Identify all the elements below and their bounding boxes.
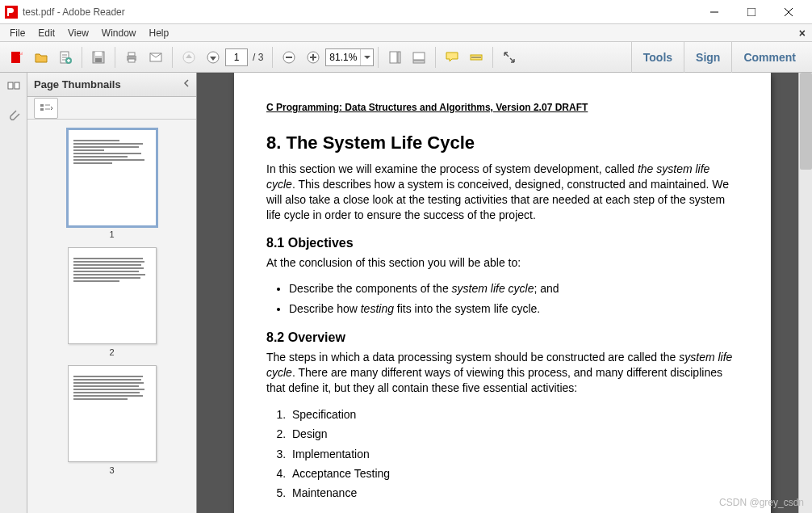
thumbnails-header: Page Thumbnails	[27, 73, 196, 97]
separator	[115, 47, 115, 68]
page-up-icon[interactable]	[178, 47, 199, 68]
thumbnails-list[interactable]: 1 2 3	[27, 120, 196, 513]
separator	[172, 47, 173, 68]
tools-link[interactable]: Tools	[631, 42, 684, 73]
svg-rect-5	[11, 52, 20, 63]
zoom-dropdown-icon[interactable]	[360, 49, 373, 65]
svg-rect-29	[15, 82, 19, 89]
app-icon	[5, 6, 18, 19]
separator	[272, 47, 273, 68]
highlight-icon[interactable]	[466, 47, 487, 68]
menu-edit[interactable]: Edit	[31, 26, 61, 40]
list-item: Acceptance Testing	[289, 465, 739, 482]
list-item: Describe how testing fits into the syste…	[289, 300, 739, 317]
thumb-options-icon[interactable]	[34, 98, 58, 119]
thumb-label: 2	[109, 347, 114, 357]
svg-rect-28	[8, 82, 13, 89]
workspace: Page Thumbnails 1 2 3 C Programming: Dat…	[0, 73, 812, 513]
scrollbar-thumb[interactable]	[800, 73, 812, 170]
thumbnails-toolbar	[27, 97, 196, 120]
thumbnails-tab-icon[interactable]	[4, 79, 23, 97]
doc-running-header: C Programming: Data Structures and Algor…	[266, 102, 739, 113]
svg-rect-32	[40, 108, 44, 111]
collapse-panel-icon[interactable]	[182, 78, 191, 90]
sign-link[interactable]: Sign	[684, 42, 731, 73]
window-title: test.pdf - Adobe Reader	[23, 6, 696, 18]
doc-obj-lead: At the conclusion of this section you wi…	[266, 255, 739, 271]
doc-heading-overview: 8.2 Overview	[266, 330, 739, 345]
convert-pdf-icon[interactable]	[6, 47, 27, 68]
read-mode-icon[interactable]	[499, 47, 520, 68]
zoom-input[interactable]	[326, 52, 360, 63]
list-item: Describe the components of the system li…	[289, 280, 739, 297]
doc-obj-list: Describe the components of the system li…	[289, 280, 739, 317]
thumb-label: 3	[109, 465, 114, 475]
print-icon[interactable]	[121, 47, 142, 68]
page-total-label: / 3	[253, 52, 263, 63]
doc-intro: In this section we will examine the proc…	[266, 162, 739, 223]
document-close-button[interactable]: ×	[799, 27, 806, 40]
attachments-tab-icon[interactable]	[4, 107, 23, 124]
list-item: Implementation	[289, 445, 739, 463]
save-icon[interactable]	[88, 47, 109, 68]
separator	[82, 47, 82, 68]
thumbnail-2[interactable]: 2	[68, 247, 157, 357]
watermark: CSDN @grey_csdn	[719, 497, 804, 508]
maximize-button[interactable]	[733, 1, 770, 23]
thumbnails-title: Page Thumbnails	[34, 78, 121, 90]
pdf-page: C Programming: Data Structures and Algor…	[234, 73, 771, 513]
zoom-out-icon[interactable]	[278, 47, 299, 68]
thumb-label: 1	[109, 229, 114, 239]
doc-heading-1: 8. The System Life Cycle	[266, 132, 739, 153]
svg-rect-24	[413, 53, 425, 60]
menu-help[interactable]: Help	[143, 26, 176, 40]
svg-rect-23	[398, 52, 400, 63]
open-icon[interactable]	[31, 47, 52, 68]
svg-rect-25	[413, 61, 425, 63]
titlebar: test.pdf - Adobe Reader	[0, 0, 812, 24]
zoom-in-icon[interactable]	[303, 47, 324, 68]
fit-page-icon[interactable]	[384, 47, 405, 68]
svg-rect-22	[390, 52, 397, 63]
menu-file[interactable]: File	[3, 26, 31, 40]
email-icon[interactable]	[145, 47, 166, 68]
create-pdf-icon[interactable]	[55, 47, 76, 68]
menu-view[interactable]: View	[61, 26, 95, 40]
minimize-button[interactable]	[696, 1, 733, 23]
comment-bubble-icon[interactable]	[442, 47, 463, 68]
doc-overview-p: The steps in which a data processing sys…	[266, 350, 739, 396]
svg-rect-2	[747, 8, 755, 16]
svg-rect-9	[95, 52, 102, 56]
page-number-input[interactable]	[225, 48, 248, 66]
thumbnail-3[interactable]: 3	[68, 365, 157, 475]
doc-heading-objectives: 8.1 Objectives	[266, 236, 739, 250]
menu-window[interactable]: Window	[95, 26, 143, 40]
list-item: Maintenance	[289, 484, 739, 502]
menubar: File Edit View Window Help ×	[0, 24, 812, 42]
svg-rect-12	[128, 53, 135, 56]
separator	[378, 47, 379, 68]
separator	[435, 47, 436, 68]
comment-link[interactable]: Comment	[731, 42, 807, 73]
svg-rect-10	[95, 58, 102, 62]
page-down-icon[interactable]	[203, 47, 224, 68]
thumbnails-panel: Page Thumbnails 1 2 3	[27, 73, 197, 513]
fit-width-icon[interactable]	[408, 47, 429, 68]
svg-rect-30	[40, 104, 44, 107]
thumbnail-1[interactable]: 1	[68, 129, 157, 239]
document-view[interactable]: C Programming: Data Structures and Algor…	[197, 73, 812, 513]
zoom-level-box[interactable]	[325, 48, 374, 66]
toolbar: / 3 Tools Sign Comment	[0, 42, 812, 73]
vertical-scrollbar[interactable]	[798, 73, 812, 513]
doc-steps-list: Specification Design Implementation Acce…	[289, 406, 739, 502]
navigation-rail	[0, 73, 27, 513]
svg-rect-13	[128, 59, 135, 62]
window-controls	[696, 1, 807, 23]
close-button[interactable]	[770, 1, 807, 23]
list-item: Specification	[289, 406, 739, 423]
separator	[492, 47, 493, 68]
list-item: Design	[289, 425, 739, 443]
